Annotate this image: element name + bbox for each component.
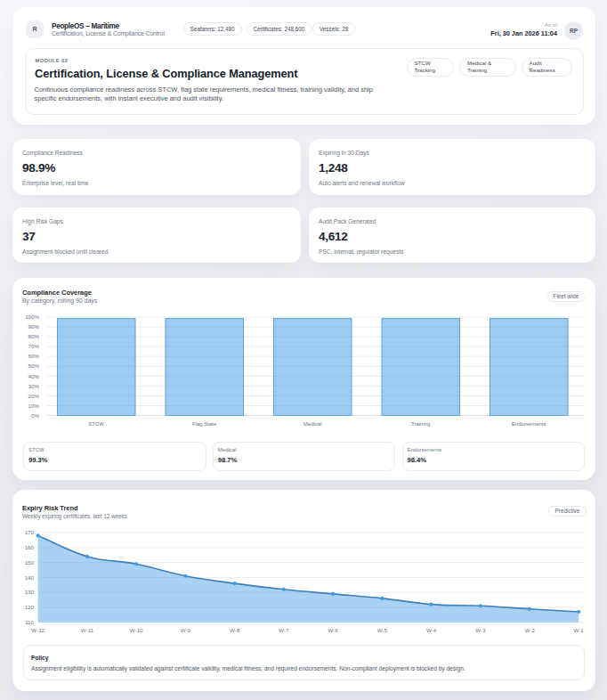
svg-text:Flag State: Flag State xyxy=(192,421,217,427)
svg-text:W-10: W-10 xyxy=(130,627,143,633)
svg-text:170: 170 xyxy=(25,529,35,535)
svg-text:Training: Training xyxy=(411,421,430,427)
svg-text:W-11: W-11 xyxy=(81,627,94,633)
svg-text:W-12: W-12 xyxy=(31,627,45,633)
svg-text:60%: 60% xyxy=(28,353,40,359)
svg-text:W-2: W-2 xyxy=(524,627,535,633)
svg-text:20%: 20% xyxy=(28,393,40,399)
svg-text:80%: 80% xyxy=(28,333,40,339)
svg-text:30%: 30% xyxy=(28,383,40,389)
svg-text:W-4: W-4 xyxy=(426,627,437,633)
svg-text:130: 130 xyxy=(25,589,35,595)
svg-text:90%: 90% xyxy=(28,323,40,330)
svg-text:Endorsements: Endorsements xyxy=(512,421,546,427)
svg-text:100%: 100% xyxy=(25,313,39,320)
svg-text:70%: 70% xyxy=(28,343,40,349)
svg-text:Medical: Medical xyxy=(304,421,322,427)
svg-text:W-6: W-6 xyxy=(328,627,338,633)
svg-text:W-5: W-5 xyxy=(377,627,388,633)
svg-text:W-7: W-7 xyxy=(279,627,289,633)
svg-text:120: 120 xyxy=(25,604,35,610)
svg-text:110: 110 xyxy=(25,619,34,625)
svg-text:STCW: STCW xyxy=(88,421,104,427)
svg-text:150: 150 xyxy=(25,559,35,566)
svg-text:0%: 0% xyxy=(31,412,39,419)
svg-text:W-1: W-1 xyxy=(574,627,585,633)
svg-text:50%: 50% xyxy=(28,362,40,369)
svg-text:40%: 40% xyxy=(28,373,40,379)
svg-text:W-9: W-9 xyxy=(181,627,191,633)
svg-text:10%: 10% xyxy=(28,403,40,409)
svg-text:W-8: W-8 xyxy=(230,627,240,633)
svg-text:W-3: W-3 xyxy=(475,627,486,633)
svg-text:140: 140 xyxy=(25,574,35,581)
svg-text:160: 160 xyxy=(25,544,35,550)
